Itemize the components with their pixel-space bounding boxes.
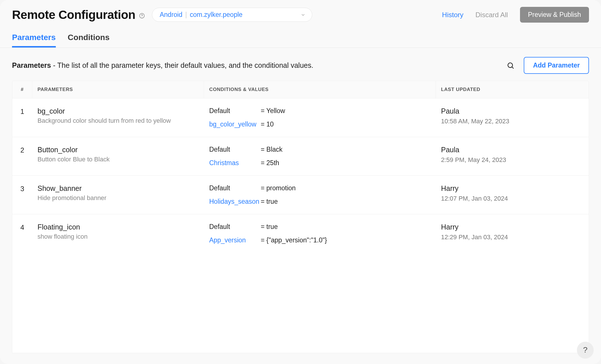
history-link[interactable]: History: [442, 11, 464, 19]
condition-line: Default= true: [209, 223, 431, 231]
row-conditions: Default= BlackChristmas= 25th: [204, 145, 436, 168]
row-index: 4: [12, 222, 32, 245]
page-title: Remote Configuration: [12, 8, 135, 22]
col-updated: Last Updated: [436, 81, 589, 98]
table-header: # Parameters Conditions & Values Last Up…: [12, 81, 589, 98]
updated-by: Harry: [441, 184, 584, 193]
updated-by: Harry: [441, 223, 584, 231]
updated-by: Paula: [441, 146, 584, 154]
row-index: 1: [12, 106, 32, 129]
parameter-desc: Hide promotional banner: [37, 194, 199, 202]
search-icon[interactable]: [507, 62, 515, 70]
discard-all-link[interactable]: Discard All: [475, 11, 508, 19]
row-parameter: Button_colorButton color Blue to Black: [32, 145, 204, 168]
row-index: 3: [12, 183, 32, 207]
row-parameter: bg_colorBackground color should turn fro…: [32, 106, 204, 129]
row-parameter: Floating_iconshow floating icon: [32, 222, 204, 245]
updated-at: 12:29 PM, Jan 03, 2024: [441, 234, 584, 241]
row-conditions: Default= Yellowbg_color_yellow= 10: [204, 106, 436, 129]
subheader-text: Parameters - The list of all the paramet…: [12, 61, 313, 70]
svg-point-2: [508, 63, 513, 67]
condition-line: Holidays_season= true: [209, 198, 431, 205]
tab-parameters[interactable]: Parameters: [12, 33, 56, 48]
condition-default-label: Default: [209, 107, 261, 115]
row-updated: Paula10:58 AM, May 22, 2023: [436, 106, 589, 129]
app-platform: Android: [160, 11, 182, 19]
help-icon[interactable]: [139, 13, 145, 19]
updated-at: 12:07 PM, Jan 03, 2024: [441, 195, 584, 202]
parameters-table: # Parameters Conditions & Values Last Up…: [12, 81, 589, 353]
condition-value: = Yellow: [261, 107, 431, 115]
app-package: com.zylker.people: [190, 11, 242, 19]
condition-value: = true: [261, 223, 431, 231]
condition-link[interactable]: bg_color_yellow: [209, 120, 261, 128]
chevron-down-icon: [300, 12, 306, 17]
condition-value: = promotion: [261, 184, 431, 192]
tabs: Parameters Conditions: [0, 25, 601, 48]
col-conditions: Conditions & Values: [204, 81, 436, 98]
row-updated: Paula2:59 PM, May 24, 2023: [436, 145, 589, 168]
row-updated: Harry12:29 PM, Jan 03, 2024: [436, 222, 589, 245]
tab-conditions[interactable]: Conditions: [68, 33, 110, 48]
updated-by: Paula: [441, 107, 584, 115]
parameter-name: Floating_icon: [37, 223, 199, 231]
condition-line: Default= promotion: [209, 184, 431, 192]
svg-line-3: [512, 67, 514, 68]
app-frame: Remote Configuration Android | com.zylke…: [0, 0, 601, 364]
parameter-desc: show floating icon: [37, 233, 199, 240]
floating-help-button[interactable]: ?: [577, 342, 594, 358]
row-conditions: Default= trueApp_version= {"app_version"…: [204, 222, 436, 245]
condition-value: = Black: [261, 146, 431, 153]
updated-at: 10:58 AM, May 22, 2023: [441, 118, 584, 125]
table-empty-space: [12, 253, 589, 353]
separator: |: [184, 11, 188, 19]
condition-line: Default= Black: [209, 146, 431, 153]
table-row[interactable]: 1bg_colorBackground color should turn fr…: [12, 98, 589, 137]
parameter-name: bg_color: [37, 107, 199, 115]
condition-default-label: Default: [209, 223, 261, 231]
sub-desc: - The list of all the parameter keys, th…: [51, 61, 313, 69]
parameter-desc: Background color should turn from red to…: [37, 117, 199, 124]
row-conditions: Default= promotionHolidays_season= true: [204, 183, 436, 207]
parameter-desc: Button color Blue to Black: [37, 156, 199, 163]
sub-title: Parameters: [12, 61, 51, 69]
condition-link[interactable]: App_version: [209, 236, 261, 244]
header: Remote Configuration Android | com.zylke…: [0, 0, 601, 25]
row-updated: Harry12:07 PM, Jan 03, 2024: [436, 183, 589, 207]
col-index: #: [12, 81, 32, 98]
condition-value: = 10: [261, 120, 431, 128]
table-row[interactable]: 2Button_colorButton color Blue to BlackD…: [12, 137, 589, 176]
condition-default-label: Default: [209, 146, 261, 153]
condition-line: Default= Yellow: [209, 107, 431, 115]
parameter-name: Show_banner: [37, 184, 199, 193]
subheader: Parameters - The list of all the paramet…: [0, 48, 601, 81]
condition-link[interactable]: Holidays_season: [209, 198, 261, 205]
row-index: 2: [12, 145, 32, 168]
table-row[interactable]: 3Show_bannerHide promotional bannerDefau…: [12, 176, 589, 214]
svg-point-1: [142, 17, 142, 17]
table-row[interactable]: 4Floating_iconshow floating iconDefault=…: [12, 214, 589, 253]
condition-line: Christmas= 25th: [209, 159, 431, 167]
condition-value: = 25th: [261, 159, 431, 167]
app-selector[interactable]: Android | com.zylker.people: [152, 8, 312, 22]
parameter-name: Button_color: [37, 146, 199, 154]
condition-value: = true: [261, 198, 431, 205]
condition-line: bg_color_yellow= 10: [209, 120, 431, 128]
row-parameter: Show_bannerHide promotional banner: [32, 183, 204, 207]
preview-publish-button[interactable]: Preview & Publish: [520, 7, 589, 23]
condition-value: = {"app_version":"1.0"}: [261, 236, 431, 244]
updated-at: 2:59 PM, May 24, 2023: [441, 156, 584, 164]
col-parameters: Parameters: [32, 81, 204, 98]
condition-default-label: Default: [209, 184, 261, 192]
add-parameter-button[interactable]: Add Parameter: [524, 57, 589, 74]
condition-link[interactable]: Christmas: [209, 159, 261, 167]
condition-line: App_version= {"app_version":"1.0"}: [209, 236, 431, 244]
